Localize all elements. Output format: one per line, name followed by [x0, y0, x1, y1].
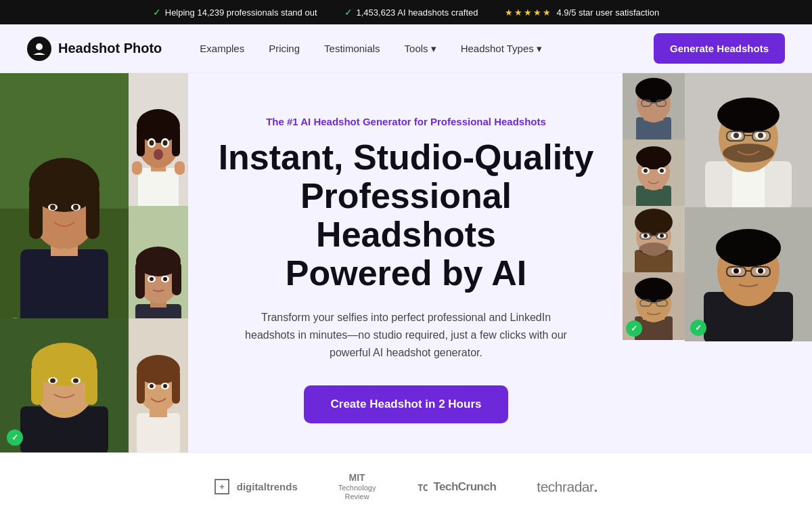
check-badge-right-small: ✓ [626, 320, 642, 337]
nav-pricing[interactable]: Pricing [258, 37, 311, 60]
svg-rect-7 [29, 185, 43, 239]
svg-point-12 [73, 205, 78, 210]
svg-point-65 [635, 78, 672, 102]
announcement-text-2: 1,453,623 AI headshots crafted [357, 7, 478, 18]
hero-subtitle: Transform your selfies into perfect prof… [244, 309, 568, 361]
left-photo-grid: ✓ [0, 73, 189, 452]
press-logo-mit: MIT Technology Review [338, 472, 376, 501]
chevron-down-icon-2: ▾ [537, 43, 542, 55]
navbar: Headshot Photo Examples Pricing Testimon… [0, 24, 812, 73]
svg-point-36 [150, 277, 154, 281]
svg-point-60 [163, 384, 167, 388]
svg-rect-33 [135, 261, 145, 299]
photo-man-small-2 [623, 140, 685, 206]
press-logo-digitaltrends: + digitaltrends [215, 479, 298, 494]
svg-rect-15 [138, 168, 179, 206]
announcement-item-2: ✓ 1,453,623 AI headshots crafted [344, 7, 478, 18]
nav-examples[interactable]: Examples [189, 37, 255, 60]
svg-point-58 [150, 384, 154, 388]
svg-rect-55 [137, 370, 145, 404]
nav-headshot-types[interactable]: Headshot Types ▾ [450, 37, 553, 60]
hero-cta-button[interactable]: Create Headshot in 2 Hours [304, 385, 509, 423]
svg-point-85 [644, 234, 648, 238]
hero-section: ✓ [0, 73, 812, 452]
photo-man-small-3 [623, 206, 685, 272]
check-icon-1: ✓ [153, 7, 161, 18]
hero-tagline: The #1 AI Headshot Generator for Profess… [217, 116, 595, 127]
announcement-bar: ✓ Helping 14,239 professionals stand out… [0, 0, 812, 24]
check-badge-right-main: ✓ [690, 320, 706, 336]
nav-testimonials[interactable]: Testimonials [313, 37, 391, 60]
svg-point-49 [73, 379, 78, 383]
nav-tools[interactable]: Tools ▾ [394, 37, 447, 60]
svg-rect-27 [175, 161, 185, 175]
svg-point-95 [635, 278, 673, 302]
svg-point-123 [734, 268, 739, 274]
svg-point-75 [644, 169, 648, 173]
svg-point-24 [163, 140, 168, 146]
svg-point-13 [62, 248, 67, 253]
announcement-item-1: ✓ Helping 14,239 professionals stand out [153, 7, 317, 18]
rating-text: 4.9/5 star user satisfaction [556, 7, 659, 18]
check-badge-left-bottom: ✓ [7, 429, 23, 446]
svg-point-82 [635, 209, 673, 236]
press-bar: + digitaltrends MIT Technology Review TC… [0, 452, 812, 508]
press-logo-techradar: techradar. [537, 479, 597, 495]
svg-point-25 [154, 149, 163, 160]
svg-point-22 [150, 140, 154, 146]
svg-point-77 [660, 169, 664, 173]
nav-links: Examples Pricing Testimonials Tools ▾ He… [189, 37, 654, 60]
svg-rect-19 [137, 126, 145, 156]
announcement-text-1: Helping 14,239 professionals stand out [165, 7, 317, 18]
photo-surprised-woman [129, 73, 188, 206]
logo-icon [27, 37, 51, 61]
svg-rect-44 [31, 364, 43, 405]
svg-rect-56 [172, 370, 180, 404]
chevron-down-icon: ▾ [431, 43, 436, 55]
press-logo-techcrunch: TC TechCrunch [416, 480, 496, 494]
hero-content: The #1 AI Headshot Generator for Profess… [203, 102, 609, 438]
photo-man-small-4: ✓ [623, 272, 685, 340]
photo-man-dark-suit: ✓ [685, 207, 812, 341]
hero-title: Instant, Studio-Quality Professional Hea… [217, 138, 595, 293]
svg-point-87 [660, 234, 664, 238]
svg-point-104 [717, 98, 780, 133]
photo-smiling-woman [129, 318, 188, 452]
svg-point-83 [639, 242, 669, 256]
svg-point-38 [163, 277, 167, 281]
photo-man-glasses-large [685, 73, 812, 207]
svg-point-73 [636, 146, 671, 169]
svg-point-105 [723, 144, 774, 163]
left-bottom-photos: ✓ [0, 318, 188, 452]
svg-point-125 [758, 268, 763, 274]
svg-rect-111 [752, 131, 770, 141]
svg-point-47 [50, 379, 55, 383]
photo-man-small-1 [623, 73, 685, 140]
svg-text:TC: TC [418, 482, 428, 493]
right-photo-grid: ✓ [623, 73, 812, 452]
svg-rect-26 [132, 161, 142, 175]
svg-rect-51 [137, 413, 180, 452]
photo-main-woman: ✓ [0, 73, 129, 341]
svg-rect-8 [86, 185, 99, 239]
right-large-col: ✓ [685, 73, 812, 452]
check-icon-2: ✓ [344, 7, 353, 18]
nav-logo[interactable]: Headshot Photo [27, 37, 162, 61]
announcement-item-3: ★★★★★ 4.9/5 star user satisfaction [505, 7, 659, 18]
svg-point-0 [36, 43, 43, 50]
svg-rect-110 [727, 131, 744, 141]
generate-headshots-button[interactable]: Generate Headshots [654, 33, 785, 64]
right-small-col: ✓ [623, 73, 685, 452]
svg-rect-20 [172, 126, 180, 156]
svg-point-118 [716, 229, 781, 267]
logo-text: Headshot Photo [58, 41, 162, 56]
photo-blonde-woman: ✓ [0, 318, 129, 452]
svg-point-10 [50, 205, 55, 210]
star-rating: ★★★★★ [505, 7, 552, 18]
svg-rect-45 [85, 364, 97, 405]
svg-rect-34 [172, 261, 181, 295]
